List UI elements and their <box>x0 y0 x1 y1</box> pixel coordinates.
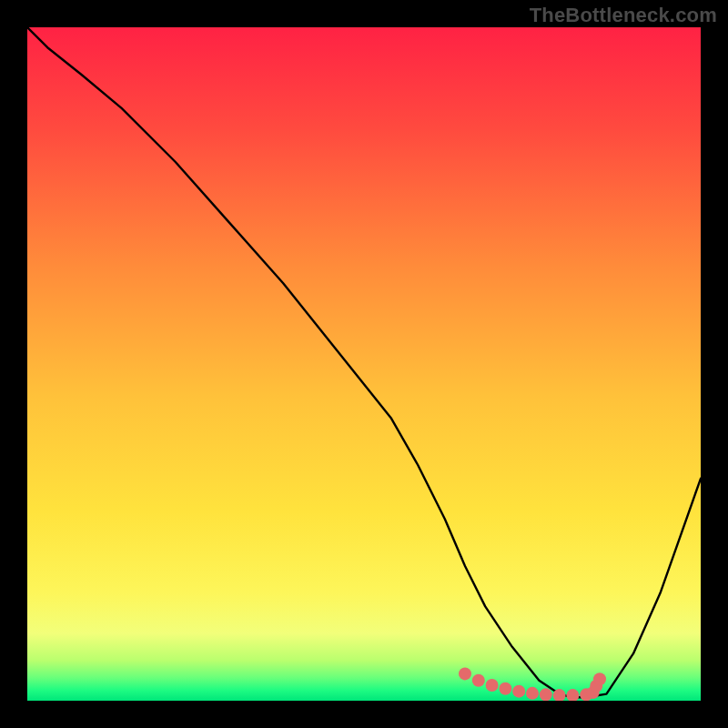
curve-marker <box>540 688 552 701</box>
curve-marker <box>499 682 511 695</box>
curve-marker <box>593 672 606 685</box>
gradient-background <box>27 27 701 701</box>
curve-marker <box>512 685 525 698</box>
curve-marker <box>472 674 485 687</box>
watermark-text: TheBottleneck.com <box>530 4 717 27</box>
curve-marker <box>459 667 471 680</box>
stage: TheBottleneck.com <box>0 0 728 728</box>
plot-area <box>27 27 701 701</box>
chart-svg <box>27 27 701 701</box>
curve-marker <box>526 687 539 700</box>
curve-marker <box>486 679 499 692</box>
